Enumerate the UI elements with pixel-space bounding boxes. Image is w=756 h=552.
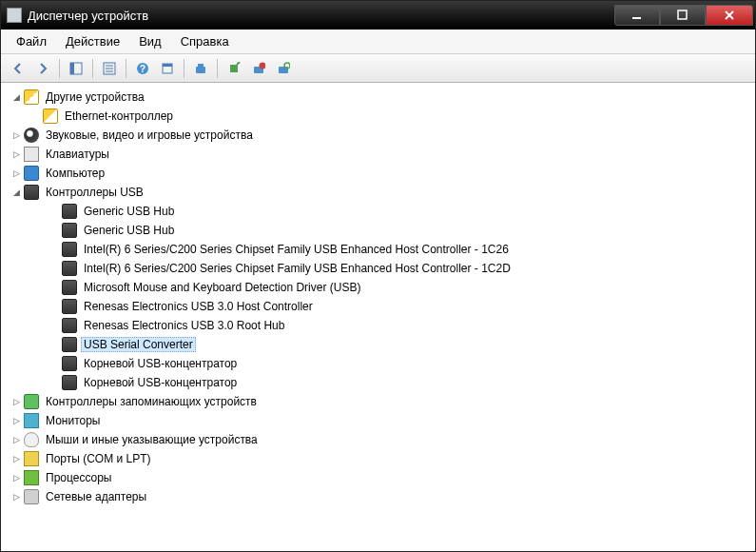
tree-item-usb-device[interactable]: ▷Generic USB Hub <box>3 202 753 221</box>
tree-label[interactable]: Renesas Electronics USB 3.0 Root Hub <box>81 318 287 333</box>
menu-action[interactable]: Действие <box>58 31 127 51</box>
titlebar[interactable]: Диспетчер устройств <box>1 1 755 30</box>
maximize-button[interactable] <box>660 5 706 26</box>
tree-label[interactable]: Мыши и иные указывающие устройства <box>43 432 261 447</box>
device-tree[interactable]: ◢ Другие устройства ▷ Ethernet-контролле… <box>1 84 755 551</box>
expand-icon[interactable]: ▷ <box>10 148 22 160</box>
toolbar-separator <box>126 59 126 78</box>
expand-icon[interactable]: ▷ <box>10 415 22 426</box>
tree-item-usb-device[interactable]: ▷Корневой USB-концентратор <box>3 373 753 392</box>
tree-label[interactable]: Процессоры <box>43 470 115 485</box>
svg-rect-1 <box>678 10 687 19</box>
expand-icon[interactable]: ▷ <box>10 491 22 503</box>
usb-device-icon <box>62 299 77 314</box>
usb-device-icon <box>62 356 77 371</box>
tree-label[interactable]: Порты (COM и LPT) <box>43 451 154 466</box>
menu-view[interactable]: Вид <box>131 31 169 51</box>
svg-rect-12 <box>196 67 205 73</box>
tree-label[interactable]: Клавиатуры <box>43 147 112 162</box>
content-area: ◢ Другие устройства ▷ Ethernet-контролле… <box>1 83 755 551</box>
tree-category-computer[interactable]: ▷ Компьютер <box>3 164 753 183</box>
tree-label[interactable]: Generic USB Hub <box>81 223 177 238</box>
tree-category-other-devices[interactable]: ◢ Другие устройства <box>3 88 753 107</box>
tree-item-ethernet-controller[interactable]: ▷ Ethernet-контроллер <box>3 107 753 126</box>
toolbar-separator <box>217 59 218 78</box>
device-manager-window: Диспетчер устройств Файл Действие Вид Сп… <box>0 0 756 552</box>
usb-device-icon <box>62 375 77 390</box>
show-hide-tree-button[interactable] <box>65 57 87 80</box>
expand-icon[interactable]: ▷ <box>10 472 22 483</box>
svg-rect-11 <box>163 64 172 67</box>
tree-label[interactable]: Generic USB Hub <box>81 204 177 219</box>
expand-icon[interactable]: ▷ <box>10 396 22 407</box>
tree-item-usb-device[interactable]: ▷Renesas Electronics USB 3.0 Host Contro… <box>3 297 753 316</box>
tree-item-usb-device[interactable]: ▷Корневой USB-концентратор <box>3 354 753 373</box>
tree-label[interactable]: Корневой USB-концентратор <box>81 375 240 390</box>
tree-label[interactable]: Другие устройства <box>43 89 147 105</box>
svg-rect-0 <box>632 17 641 19</box>
warning-icon <box>24 89 39 105</box>
close-button[interactable] <box>706 5 753 26</box>
tree-label[interactable]: Звуковые, видео и игровые устройства <box>43 128 256 143</box>
usb-device-icon <box>62 242 77 257</box>
network-icon <box>24 489 39 504</box>
menu-help[interactable]: Справка <box>173 31 237 51</box>
expand-icon[interactable]: ▷ <box>10 434 22 445</box>
window-title: Диспетчер устройств <box>28 9 614 23</box>
tree-item-usb-device[interactable]: ▷Intel(R) 6 Series/C200 Series Chipset F… <box>3 259 753 278</box>
warning-icon <box>43 108 58 124</box>
uninstall-button[interactable] <box>247 57 270 80</box>
sound-icon <box>24 128 39 143</box>
window-controls <box>614 5 753 26</box>
usb-device-icon <box>62 261 77 276</box>
tree-category-processors[interactable]: ▷ Процессоры <box>3 468 753 487</box>
expand-icon[interactable]: ▷ <box>10 168 22 179</box>
tree-category-monitors[interactable]: ▷ Мониторы <box>3 411 753 430</box>
back-button[interactable] <box>7 57 29 80</box>
tree-item-usb-device[interactable]: ▷Microsoft Mouse and Keyboard Detection … <box>3 278 753 297</box>
collapse-icon[interactable]: ◢ <box>10 187 22 198</box>
enable-button[interactable] <box>223 57 245 80</box>
properties-button[interactable] <box>98 57 121 80</box>
svg-rect-13 <box>198 64 204 67</box>
toolbar-separator <box>92 59 93 78</box>
scan-hardware-button[interactable] <box>189 57 212 80</box>
tree-category-mice[interactable]: ▷ Мыши и иные указывающие устройства <box>3 430 753 449</box>
toolbar-separator <box>59 59 60 78</box>
expand-icon[interactable]: ▷ <box>10 129 22 141</box>
tree-category-storage[interactable]: ▷ Контроллеры запоминающих устройств <box>3 392 753 411</box>
tree-category-sound[interactable]: ▷ Звуковые, видео и игровые устройства <box>3 126 753 145</box>
update-driver-button[interactable] <box>272 57 295 80</box>
tree-label[interactable]: Microsoft Mouse and Keyboard Detection D… <box>81 280 363 295</box>
forward-button[interactable] <box>31 57 54 80</box>
menu-file[interactable]: Файл <box>9 31 54 51</box>
tree-category-keyboards[interactable]: ▷ Клавиатуры <box>3 145 753 164</box>
tree-label[interactable]: Intel(R) 6 Series/C200 Series Chipset Fa… <box>81 261 514 276</box>
storage-icon <box>24 394 39 409</box>
tree-category-ports[interactable]: ▷ Порты (COM и LPT) <box>3 449 753 468</box>
tree-label[interactable]: Intel(R) 6 Series/C200 Series Chipset Fa… <box>81 242 512 257</box>
computer-icon <box>24 166 39 181</box>
help-button[interactable]: ? <box>131 57 154 80</box>
usb-device-icon <box>62 223 77 238</box>
tree-item-usb-device[interactable]: ▷Generic USB Hub <box>3 221 753 240</box>
tree-category-network[interactable]: ▷ Сетевые адаптеры <box>3 487 753 506</box>
tree-label[interactable]: Ethernet-контроллер <box>62 108 176 124</box>
tree-label[interactable]: Корневой USB-концентратор <box>81 356 240 371</box>
minimize-button[interactable] <box>614 5 660 26</box>
tree-label[interactable]: Контроллеры запоминающих устройств <box>43 394 260 409</box>
action-button[interactable] <box>156 57 179 80</box>
tree-label[interactable]: USB Serial Converter <box>81 337 196 352</box>
tree-label[interactable]: Компьютер <box>43 166 107 181</box>
tree-label[interactable]: Renesas Electronics USB 3.0 Host Control… <box>81 299 316 314</box>
collapse-icon[interactable]: ◢ <box>10 91 22 103</box>
svg-text:?: ? <box>140 64 145 74</box>
tree-label[interactable]: Мониторы <box>43 413 103 428</box>
tree-item-usb-device[interactable]: ▷USB Serial Converter <box>3 335 753 354</box>
tree-item-usb-device[interactable]: ▷Renesas Electronics USB 3.0 Root Hub <box>3 316 753 335</box>
expand-icon[interactable]: ▷ <box>10 453 22 464</box>
tree-label[interactable]: Сетевые адаптеры <box>43 489 149 504</box>
tree-label[interactable]: Контроллеры USB <box>43 185 146 200</box>
tree-category-usb[interactable]: ◢ Контроллеры USB <box>3 183 753 202</box>
tree-item-usb-device[interactable]: ▷Intel(R) 6 Series/C200 Series Chipset F… <box>3 240 753 259</box>
